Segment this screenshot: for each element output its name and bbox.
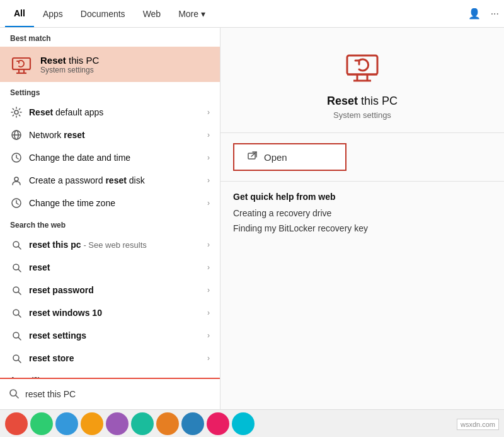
- chevron-icon-w4: ›: [207, 308, 210, 317]
- quick-help-link-1[interactable]: Creating a recovery drive: [233, 208, 491, 218]
- taskbar-app-7[interactable]: [156, 412, 179, 435]
- taskbar-app-10[interactable]: [232, 412, 255, 435]
- tab-apps[interactable]: Apps: [34, 1, 72, 26]
- taskbar-app-1[interactable]: [5, 412, 28, 435]
- quick-help-link-2[interactable]: Finding my BitLocker recovery key: [233, 223, 491, 233]
- taskbar-app-2[interactable]: [30, 412, 53, 435]
- taskbar-app-9[interactable]: [207, 412, 229, 435]
- tabs-right-icons: 👤 ···: [468, 8, 499, 20]
- tab-all[interactable]: All: [5, 1, 34, 27]
- settings-label: Settings: [0, 82, 220, 101]
- results-area: Best match: [0, 28, 220, 378]
- svg-line-17: [18, 292, 21, 294]
- open-icon: [247, 151, 258, 163]
- taskbar-app-6[interactable]: [131, 412, 154, 435]
- apps-label: Apps (2): [0, 370, 220, 378]
- settings-icon-5: [10, 197, 23, 209]
- list-item-web-reset-settings[interactable]: reset settings ›: [0, 324, 220, 347]
- svg-line-32: [251, 152, 256, 156]
- best-match-icon: [10, 53, 33, 76]
- main-container: Best match: [0, 28, 504, 409]
- web-item-text-2: reset: [29, 262, 201, 272]
- svg-line-25: [16, 395, 18, 398]
- search-icon-5: [10, 329, 23, 342]
- svg-line-13: [18, 247, 21, 249]
- chevron-icon-3: ›: [207, 153, 210, 162]
- best-match-text: Reset this PC System settings: [40, 55, 99, 74]
- right-panel-header: Reset this PC System settings: [220, 28, 504, 133]
- wsxdn-text: wsxdn.com: [457, 419, 499, 430]
- web-item-text-3: reset password: [29, 285, 201, 295]
- settings-icon-4: [10, 174, 23, 187]
- settings-icon-2: [10, 129, 23, 141]
- settings-item-text-5: Change the time zone: [29, 198, 201, 208]
- search-icon-6: [10, 352, 23, 364]
- search-icon-3: [10, 284, 23, 296]
- best-match-subtitle: System settings: [40, 66, 99, 74]
- open-button-area: Open: [220, 133, 504, 182]
- chevron-icon-w6: ›: [207, 354, 210, 363]
- chevron-icon-w5: ›: [207, 331, 210, 340]
- quick-help-title: Get quick help from web: [233, 192, 491, 202]
- taskbar: wsxdn.com: [0, 409, 504, 437]
- list-item-change-date-time[interactable]: Change the date and time ›: [0, 146, 220, 169]
- list-item-create-password-reset-disk[interactable]: Create a password reset disk ›: [0, 169, 220, 192]
- taskbar-app-4[interactable]: [81, 412, 103, 435]
- list-item-web-reset[interactable]: reset ›: [0, 256, 220, 279]
- svg-line-15: [18, 269, 21, 272]
- best-match-label: Best match: [0, 28, 220, 47]
- open-label: Open: [264, 152, 287, 163]
- web-item-text-6: reset store: [29, 353, 201, 363]
- right-panel-app-name: Reset this PC: [327, 95, 398, 108]
- settings-item-text-2: Network reset: [29, 130, 201, 140]
- wsxdn-badge: wsxdn.com: [457, 419, 499, 429]
- taskbar-app-3[interactable]: [55, 412, 78, 435]
- app-icon-large: [342, 47, 382, 87]
- right-panel: Reset this PC System settings Open Get q…: [220, 28, 504, 409]
- list-item-web-reset-windows-10[interactable]: reset windows 10 ›: [0, 301, 220, 324]
- chevron-icon-w1: ›: [207, 240, 210, 249]
- person-icon[interactable]: 👤: [468, 8, 481, 20]
- list-item-reset-default-apps[interactable]: Reset default apps ›: [0, 101, 220, 124]
- list-item-web-reset-store[interactable]: reset store ›: [0, 347, 220, 370]
- search-box[interactable]: [0, 378, 220, 409]
- taskbar-app-5[interactable]: [106, 412, 129, 435]
- svg-line-21: [18, 337, 21, 340]
- settings-item-text-3: Change the date and time: [29, 153, 201, 163]
- tab-more[interactable]: More ▾: [169, 1, 214, 26]
- search-web-label: Search the web: [0, 214, 220, 233]
- tabs-bar: All Apps Documents Web More ▾ 👤 ···: [0, 0, 504, 28]
- chevron-icon-4: ›: [207, 176, 210, 185]
- svg-rect-26: [347, 55, 377, 74]
- web-item-text-5: reset settings: [29, 330, 201, 341]
- best-match-title: Reset this PC: [40, 55, 99, 66]
- list-item-web-reset-this-pc[interactable]: reset this pc - See web results ›: [0, 233, 220, 256]
- list-item-change-time-zone[interactable]: Change the time zone ›: [0, 192, 220, 214]
- right-panel-app-subtitle: System settings: [333, 110, 391, 120]
- search-input[interactable]: [25, 389, 211, 399]
- tab-web[interactable]: Web: [134, 1, 170, 26]
- search-icon-4: [10, 306, 23, 319]
- settings-icon-1: [10, 106, 23, 119]
- left-panel: Best match: [0, 28, 220, 409]
- open-button[interactable]: Open: [233, 143, 346, 171]
- chevron-icon-2: ›: [207, 131, 210, 139]
- settings-item-text-1: Reset default apps: [29, 107, 201, 117]
- search-icon-2: [10, 261, 23, 274]
- list-item-network-reset[interactable]: Network reset ›: [0, 124, 220, 146]
- best-match-item[interactable]: Reset this PC System settings: [0, 47, 220, 82]
- chevron-icon-5: ›: [207, 199, 210, 207]
- web-item-text-1: reset this pc - See web results: [29, 240, 201, 250]
- search-box-icon: [9, 388, 19, 400]
- svg-line-19: [18, 315, 21, 317]
- settings-item-text-4: Create a password reset disk: [29, 175, 201, 185]
- svg-point-10: [14, 177, 18, 181]
- more-icon[interactable]: ···: [491, 8, 499, 20]
- tab-documents[interactable]: Documents: [72, 1, 134, 26]
- chevron-icon-w3: ›: [207, 286, 210, 294]
- quick-help-section: Get quick help from web Creating a recov…: [220, 182, 504, 248]
- search-icon-1: [10, 238, 23, 251]
- list-item-web-reset-password[interactable]: reset password ›: [0, 279, 220, 301]
- web-item-text-4: reset windows 10: [29, 308, 201, 318]
- taskbar-app-8[interactable]: [181, 412, 204, 435]
